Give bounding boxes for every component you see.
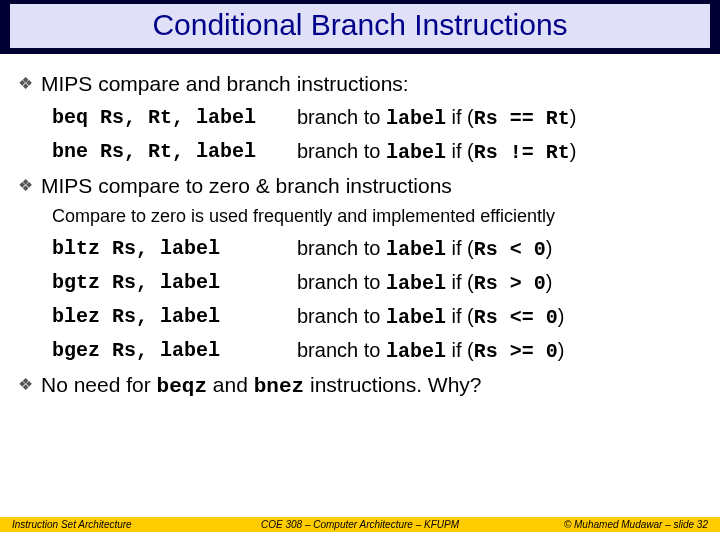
title-inner: Conditional Branch Instructions: [10, 4, 710, 48]
instr-code: bltz Rs, label: [52, 237, 297, 261]
instr-table-1: beq Rs, Rt, label branch to label if (Rs…: [52, 106, 702, 164]
desc-pre: branch to: [297, 106, 386, 128]
instr-code: bgez Rs, label: [52, 339, 297, 363]
diamond-icon: ❖: [18, 373, 33, 397]
bullet-1-text: MIPS compare and branch instructions:: [41, 72, 409, 96]
b3-pre: No need for: [41, 373, 157, 396]
desc-post: ): [546, 271, 553, 293]
instr-row-beq: beq Rs, Rt, label branch to label if (Rs…: [52, 106, 702, 130]
bullet-3-text: No need for beqz and bnez instructions. …: [41, 373, 482, 399]
desc-mid: if (: [446, 106, 474, 128]
desc-cond: Rs > 0: [474, 272, 546, 295]
desc-post: ): [558, 339, 565, 361]
desc-cond: Rs >= 0: [474, 340, 558, 363]
desc-label: label: [386, 141, 446, 164]
instr-row-bne: bne Rs, Rt, label branch to label if (Rs…: [52, 140, 702, 164]
footer: Instruction Set Architecture COE 308 – C…: [0, 517, 720, 532]
desc-post: ): [570, 106, 577, 128]
instr-row: bltz Rs, labelbranch to label if (Rs < 0…: [52, 237, 702, 261]
desc-pre: branch to: [297, 140, 386, 162]
b3-mid: and: [207, 373, 254, 396]
diamond-icon: ❖: [18, 72, 33, 96]
instr-desc: branch to label if (Rs != Rt): [297, 140, 576, 164]
instr-desc: branch to label if (Rs < 0): [297, 237, 552, 261]
desc-mid: if (: [446, 305, 474, 327]
subnote: Compare to zero is used frequently and i…: [52, 206, 702, 227]
desc-label: label: [386, 340, 446, 363]
desc-label: label: [386, 107, 446, 130]
footer-right: © Muhamed Mudawar – slide 32: [497, 519, 720, 530]
bullet-2-text: MIPS compare to zero & branch instructio…: [41, 174, 452, 198]
instr-code: bne Rs, Rt, label: [52, 140, 297, 164]
instr-row: bgtz Rs, labelbranch to label if (Rs > 0…: [52, 271, 702, 295]
instr-code: bgtz Rs, label: [52, 271, 297, 295]
desc-cond: Rs <= 0: [474, 306, 558, 329]
b3-post: instructions. Why?: [304, 373, 481, 396]
desc-label: label: [386, 238, 446, 261]
slide-title: Conditional Branch Instructions: [152, 8, 567, 41]
desc-pre: branch to: [297, 271, 386, 293]
content-area: ❖ MIPS compare and branch instructions: …: [0, 54, 720, 399]
instr-desc: branch to label if (Rs > 0): [297, 271, 552, 295]
desc-pre: branch to: [297, 305, 386, 327]
desc-label: label: [386, 306, 446, 329]
desc-mid: if (: [446, 271, 474, 293]
desc-post: ): [570, 140, 577, 162]
desc-pre: branch to: [297, 339, 386, 361]
desc-mid: if (: [446, 339, 474, 361]
instr-row: blez Rs, labelbranch to label if (Rs <= …: [52, 305, 702, 329]
desc-cond: Rs < 0: [474, 238, 546, 261]
bullet-1: ❖ MIPS compare and branch instructions:: [18, 72, 702, 96]
bullet-2: ❖ MIPS compare to zero & branch instruct…: [18, 174, 702, 198]
desc-mid: if (: [446, 237, 474, 259]
instr-row: bgez Rs, labelbranch to label if (Rs >= …: [52, 339, 702, 363]
desc-pre: branch to: [297, 237, 386, 259]
diamond-icon: ❖: [18, 174, 33, 198]
desc-cond: Rs != Rt: [474, 141, 570, 164]
desc-mid: if (: [446, 140, 474, 162]
desc-post: ): [558, 305, 565, 327]
desc-label: label: [386, 272, 446, 295]
b3-code1: beqz: [157, 375, 207, 398]
footer-center: COE 308 – Computer Architecture – KFUPM: [223, 519, 497, 530]
title-bar: Conditional Branch Instructions: [0, 0, 720, 54]
instr-code: blez Rs, label: [52, 305, 297, 329]
b3-code2: bnez: [254, 375, 304, 398]
instr-table-2: bltz Rs, labelbranch to label if (Rs < 0…: [52, 237, 702, 363]
instr-code: beq Rs, Rt, label: [52, 106, 297, 130]
instr-desc: branch to label if (Rs <= 0): [297, 305, 564, 329]
desc-post: ): [546, 237, 553, 259]
instr-desc: branch to label if (Rs == Rt): [297, 106, 576, 130]
desc-cond: Rs == Rt: [474, 107, 570, 130]
bullet-3: ❖ No need for beqz and bnez instructions…: [18, 373, 702, 399]
footer-left: Instruction Set Architecture: [0, 519, 223, 530]
instr-desc: branch to label if (Rs >= 0): [297, 339, 564, 363]
